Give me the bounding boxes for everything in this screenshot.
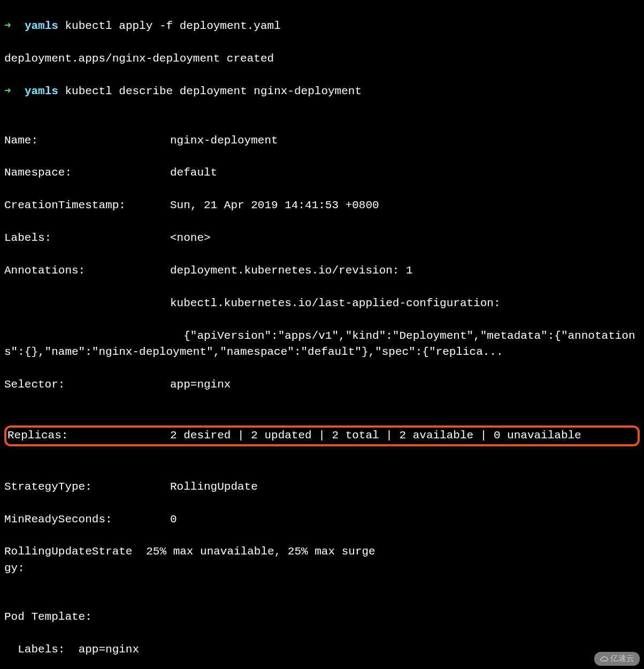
- prompt-line-2: ➜ yamls kubectl describe deployment ngin…: [4, 83, 640, 100]
- field-labels: Labels:<none>: [4, 230, 640, 246]
- field-creation-timestamp: CreationTimestamp:Sun, 21 Apr 2019 14:41…: [4, 197, 640, 214]
- terminal-output: ➜ yamls kubectl apply -f deployment.yaml…: [0, 0, 644, 669]
- command-text: kubectl describe deployment nginx-deploy…: [65, 85, 362, 97]
- pod-template-header: Pod Template:: [4, 609, 640, 625]
- field-annotations: Annotations:deployment.kubernetes.io/rev…: [4, 263, 640, 279]
- field-name: Name:nginx-deployment: [4, 133, 640, 149]
- field-strategy-type: StrategyType:RollingUpdate: [4, 479, 640, 495]
- watermark: 亿速云: [594, 652, 640, 666]
- prompt-context: yamls: [25, 20, 58, 32]
- field-selector: Selector:app=nginx: [4, 377, 640, 393]
- prompt-context: yamls: [25, 85, 58, 97]
- field-annotations-line3: {"apiVersion":"apps/v1","kind":"Deployme…: [4, 328, 640, 361]
- field-namespace: Namespace:default: [4, 165, 640, 181]
- field-rolling-update-strategy: RollingUpdateStrategy: 25% max unavailab…: [4, 544, 640, 576]
- watermark-text: 亿速云: [610, 653, 634, 665]
- pod-template-labels: Labels: app=nginx: [4, 642, 640, 658]
- prompt-line-1: ➜ yamls kubectl apply -f deployment.yaml: [4, 18, 640, 34]
- command-text: kubectl apply -f deployment.yaml: [65, 20, 281, 32]
- field-min-ready-seconds: MinReadySeconds:0: [4, 512, 640, 528]
- output-line: deployment.apps/nginx-deployment created: [4, 51, 640, 67]
- replicas-value: 2 desired | 2 updated | 2 total | 2 avai…: [170, 429, 581, 442]
- cloud-icon: [600, 655, 608, 663]
- prompt-arrow: ➜: [4, 85, 11, 97]
- field-annotations-line2: kubectl.kubernetes.io/last-applied-confi…: [4, 295, 640, 311]
- highlight-replicas: Replicas:2 desired | 2 updated | 2 total…: [4, 425, 640, 446]
- prompt-arrow: ➜: [4, 20, 11, 32]
